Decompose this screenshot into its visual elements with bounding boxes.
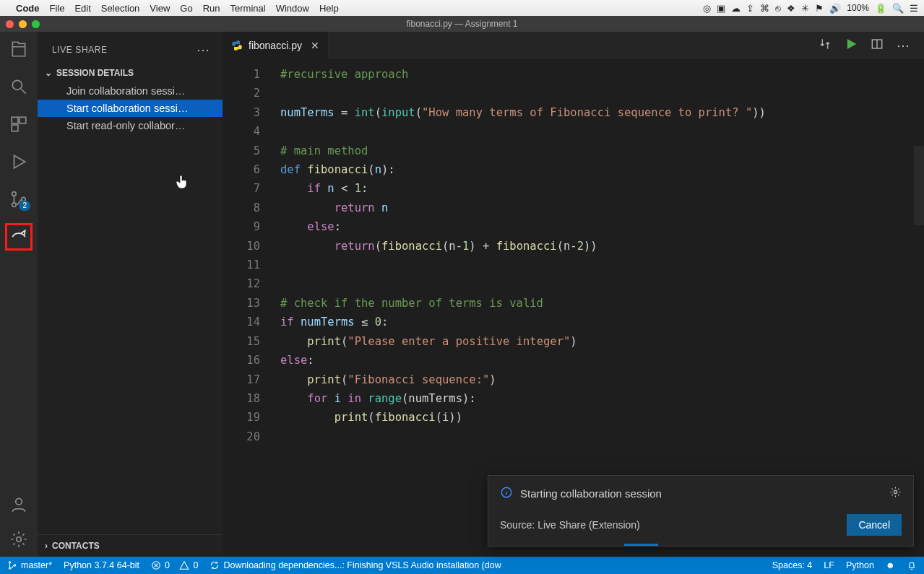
tab-fibonacci[interactable]: fibonacci.py ✕ xyxy=(223,32,329,59)
notification-source: Source: Live Share (Extension) xyxy=(500,519,640,531)
sidebar-more-icon[interactable]: ⋯ xyxy=(197,42,211,58)
menu-edit[interactable]: Edit xyxy=(74,3,90,14)
battery-percent: 100% xyxy=(847,3,869,13)
session-details-label: SESSION DETAILS xyxy=(56,68,134,78)
line-gutter: 1234567891011121314151617181920 xyxy=(223,59,273,557)
status-bar: master* Python 3.7.4 64-bit 0 0 Download… xyxy=(0,557,924,574)
app-name[interactable]: Code xyxy=(16,3,40,14)
python-file-icon xyxy=(231,40,243,51)
svg-point-7 xyxy=(16,498,22,505)
window-title: fibonacci.py — Assignment 1 xyxy=(406,19,517,29)
sidebar-title: LIVE SHARE xyxy=(52,45,108,55)
svg-rect-3 xyxy=(12,125,18,131)
info-icon xyxy=(500,486,513,501)
menubar-status-icons: ◎▣☁︎ ⇪⌘⎋ ❖✳︎ ⚑🔊 100% 🔋🔍☰ xyxy=(703,3,918,14)
status-spaces[interactable]: Spaces: 4 xyxy=(772,560,813,570)
search-icon[interactable] xyxy=(9,77,29,97)
sidebar-panel: LIVE SHARE ⋯ ⌄ SESSION DETAILS Join coll… xyxy=(38,32,223,557)
status-eol[interactable]: LF xyxy=(824,560,834,570)
contacts-label: CONTACTS xyxy=(52,541,100,551)
window-minimize-button[interactable] xyxy=(19,20,27,28)
svg-point-11 xyxy=(894,490,897,493)
session-details-header[interactable]: ⌄ SESSION DETAILS xyxy=(38,64,223,82)
tab-close-icon[interactable]: ✕ xyxy=(311,40,319,51)
status-python[interactable]: Python 3.7.4 64-bit xyxy=(64,560,139,570)
tab-label: fibonacci.py xyxy=(249,40,302,51)
live-share-icon[interactable] xyxy=(9,227,29,247)
menu-help[interactable]: Help xyxy=(319,3,339,14)
status-problems[interactable]: 0 0 xyxy=(151,560,198,570)
join-session-item[interactable]: Join collaboration sessi… xyxy=(38,82,223,100)
macos-menubar: Code File Edit Selection View Go Run Ter… xyxy=(0,0,924,16)
compare-changes-icon[interactable] xyxy=(819,38,832,53)
status-background-task[interactable]: Downloading dependencies...: Finishing V… xyxy=(210,560,760,570)
editor-more-icon[interactable]: ⋯ xyxy=(897,38,911,53)
svg-point-12 xyxy=(9,562,10,563)
status-branch[interactable]: master* xyxy=(7,560,52,570)
svg-point-0 xyxy=(12,80,22,90)
notification-settings-icon[interactable] xyxy=(889,486,902,501)
editor-group: fibonacci.py ✕ ⋯ 12345678910111213141516… xyxy=(223,32,924,557)
activity-bar: 2 xyxy=(0,32,38,557)
menu-file[interactable]: File xyxy=(50,3,65,14)
menu-terminal[interactable]: Terminal xyxy=(230,3,266,14)
source-control-icon[interactable]: 2 xyxy=(9,189,29,209)
explorer-icon[interactable] xyxy=(9,39,29,59)
split-editor-icon[interactable] xyxy=(871,38,884,53)
svg-rect-2 xyxy=(20,117,26,123)
start-readonly-session-item[interactable]: Start read-only collabor… xyxy=(38,117,223,134)
settings-gear-icon[interactable] xyxy=(9,529,29,549)
extensions-icon[interactable] xyxy=(9,114,29,134)
scm-badge: 2 xyxy=(19,201,30,211)
window-close-button[interactable] xyxy=(6,20,14,28)
contacts-header[interactable]: › CONTACTS xyxy=(38,534,223,557)
notification-title: Starting collaboration session xyxy=(520,487,662,500)
svg-point-5 xyxy=(12,203,16,206)
svg-point-14 xyxy=(14,565,15,566)
account-icon[interactable] xyxy=(9,495,29,515)
notification-progress xyxy=(488,544,913,546)
chevron-right-icon: › xyxy=(45,541,48,551)
menu-run[interactable]: Run xyxy=(203,3,220,14)
svg-point-8 xyxy=(17,537,22,542)
svg-point-4 xyxy=(12,192,16,196)
notification-toast: Starting collaboration session Source: L… xyxy=(488,475,914,547)
chevron-down-icon: ⌄ xyxy=(45,68,52,78)
status-bell-icon[interactable] xyxy=(907,560,917,570)
run-debug-icon[interactable] xyxy=(9,152,29,172)
start-session-item[interactable]: Start collaboration sessi… xyxy=(38,100,223,117)
menu-selection[interactable]: Selection xyxy=(101,3,139,14)
menu-go[interactable]: Go xyxy=(180,3,192,14)
menu-window[interactable]: Window xyxy=(276,3,309,14)
run-file-icon[interactable] xyxy=(845,38,858,53)
window-titlebar: fibonacci.py — Assignment 1 xyxy=(0,16,924,32)
cancel-button[interactable]: Cancel xyxy=(847,514,902,536)
svg-rect-1 xyxy=(12,117,18,123)
svg-point-13 xyxy=(9,568,10,569)
tab-bar: fibonacci.py ✕ ⋯ xyxy=(223,32,924,59)
window-maximize-button[interactable] xyxy=(32,20,40,28)
status-language[interactable]: Python xyxy=(846,560,874,570)
cursor-hand-icon xyxy=(173,173,191,193)
minimap[interactable] xyxy=(914,59,924,557)
menu-view[interactable]: View xyxy=(150,3,170,14)
status-feedback-icon[interactable]: ☻ xyxy=(886,560,895,570)
